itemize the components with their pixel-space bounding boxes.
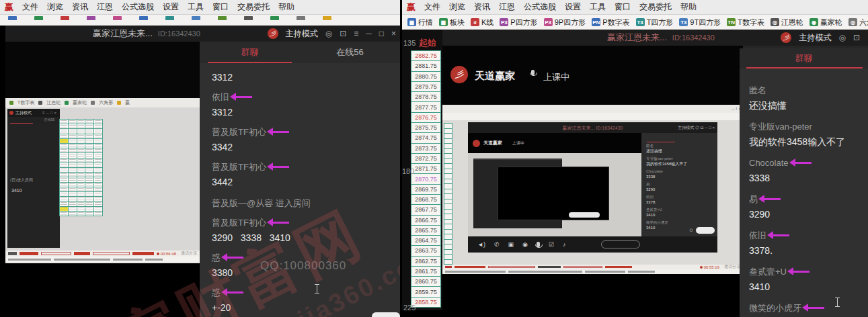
toolbar-item-T数字表[interactable]: TNT数字表: [727, 17, 764, 28]
toolbar-item-P四方形[interactable]: P3P四方形: [500, 17, 537, 28]
send-button-partial[interactable]: [372, 312, 400, 317]
toolbar-item-六角形[interactable]: ◎六角形: [849, 17, 868, 28]
price-cell-2864.75: 2864.75: [411, 235, 441, 246]
status-segment: [113, 259, 143, 261]
mini-system-message: (官)进入房间: [10, 177, 33, 183]
grid-cell: [59, 211, 69, 216]
embedded-toolbar-icon: [38, 101, 42, 105]
mini-title-bar: 主持模式 ≡─□×: [7, 109, 60, 117]
toolbar-item-label: P数字表: [602, 17, 629, 28]
toolbar-item-label: T数字表: [738, 17, 764, 28]
chat-message-value: 还没搞懂: [749, 99, 861, 112]
mini-host-label: 主持模式: [15, 110, 32, 116]
toolbar-icon-top: [270, 16, 279, 20]
grid-cell: [85, 211, 94, 216]
toolbar-item-P数字表[interactable]: PNP数字表: [592, 17, 629, 28]
price-cell-2860.75: 2860.75: [411, 276, 441, 287]
toolbar-item-K线[interactable]: ılK线: [471, 17, 494, 28]
menu-item-公式选股[interactable]: 公式选股: [524, 1, 556, 13]
check-icon[interactable]: ☑: [549, 242, 554, 248]
chat-message-list[interactable]: 3312依旧3312普及版TF初心3342普及版TF初心3442普及版—@从容 …: [200, 63, 400, 314]
menu-item-工具[interactable]: 工具: [590, 1, 606, 13]
camera-icon[interactable]: ◉: [522, 242, 528, 248]
menu-item-浏览[interactable]: 浏览: [449, 1, 465, 13]
scale-header: 起始: [419, 37, 436, 49]
menu-item-交易委托[interactable]: 交易委托: [639, 1, 672, 13]
nested-send-button[interactable]: [696, 227, 715, 234]
popout-icon[interactable]: ⊡: [340, 30, 346, 38]
nested-chat-name: 易: [646, 182, 717, 187]
target-icon[interactable]: ◎: [838, 34, 845, 42]
popout-icon[interactable]: ⊡: [853, 34, 860, 42]
menu-item-帮助[interactable]: 帮助: [680, 1, 697, 13]
menu-item-资讯[interactable]: 资讯: [474, 1, 490, 13]
chat-message-name: 专业版van-peter: [749, 121, 861, 132]
mini-tab-underline: [10, 123, 33, 124]
mini-online-tab[interactable]: 在线56: [44, 118, 54, 122]
chat-message-value: 3312: [212, 106, 393, 119]
right-title-bar[interactable]: 赢家江恩未来... ID:16342430 彡 主持模式 ◎ ⊡: [442, 30, 868, 46]
toolbar-item-9T四方形[interactable]: T39T四方形: [679, 17, 721, 28]
menu-item-文件[interactable]: 文件: [424, 1, 440, 13]
tab-group-chat[interactable]: 群聊: [200, 42, 300, 63]
tab-online-users[interactable]: 在线56: [300, 42, 400, 63]
chat-message-list[interactable]: 匿名还没搞懂专业版van-peter我的软件3458输入不了Chocolate3…: [740, 69, 868, 317]
menu-item-公式选股[interactable]: 公式选股: [122, 1, 154, 13]
menu-item-文件[interactable]: 文件: [22, 1, 38, 13]
nested-desktop-area: [468, 153, 641, 236]
menu-item-浏览[interactable]: 浏览: [47, 1, 63, 13]
embedded-toolbar: T数字表江恩轮赢家轮六角形赢: [5, 98, 200, 107]
left-embedded-screenshot: T数字表江恩轮赢家轮六角形赢 主持模式 ≡─□× 在线56 (官)进入房间 34…: [5, 98, 200, 263]
toolbar-item-行情[interactable]: ▦行情: [407, 17, 433, 28]
toolbar-item-板块[interactable]: ▩板块: [439, 17, 465, 28]
menu-item-江恩[interactable]: 江恩: [499, 1, 515, 13]
call-icon[interactable]: ✆: [494, 242, 500, 248]
menu-item-设置[interactable]: 设置: [163, 1, 179, 13]
menu-item-工具[interactable]: 工具: [188, 1, 204, 13]
mini-window-controls[interactable]: ≡─□×: [42, 111, 58, 115]
status-time: 00:56:48: [157, 252, 176, 256]
close-button[interactable]: ×: [391, 30, 396, 38]
toolbar-item-icon: T3: [636, 18, 645, 26]
chat-message-name: 匿名: [749, 85, 861, 96]
menu-icon[interactable]: ≡: [354, 30, 358, 38]
speaker-icon[interactable]: ◄): [477, 242, 485, 248]
menu-item-窗口[interactable]: 窗口: [212, 1, 229, 13]
menu-item-江恩[interactable]: 江恩: [97, 1, 113, 13]
music-icon[interactable]: ♪: [563, 242, 566, 248]
share-screen-button[interactable]: [601, 240, 640, 248]
target-icon[interactable]: ◎: [325, 30, 332, 38]
toolbar-item-T四方形[interactable]: T3T四方形: [636, 17, 674, 28]
chat-message-name: Chocolate: [749, 157, 861, 169]
menu-item-设置[interactable]: 设置: [565, 1, 581, 13]
broadcast-video-area: 彡 天道赢家 上课中: [442, 46, 743, 105]
image-icon[interactable]: ▣: [508, 242, 514, 248]
nested-brand: 天道赢家: [483, 140, 502, 146]
toolbar-icon-top: [192, 16, 200, 20]
menu-item-窗口[interactable]: 窗口: [615, 1, 631, 13]
price-cell-2877.75: 2877.75: [411, 101, 441, 112]
nested-screenshot: ─ㅣ× 赢家江恩未来... ID:16342430 主持模式 ◎ ⊡ ─ □ ×…: [442, 105, 743, 274]
mini-tab-bar[interactable]: 在线56: [7, 117, 60, 124]
minimize-button[interactable]: ─: [366, 30, 372, 38]
nested-chat-name: 叁贰壹+U: [646, 208, 717, 212]
mic-icon[interactable]: [537, 242, 540, 247]
annotation-arrow-icon: [273, 131, 289, 133]
toolbar-item-江恩轮[interactable]: ◎江恩轮: [771, 17, 803, 28]
status-bar-row2: [5, 257, 200, 263]
nested-chat-value: 3290: [646, 187, 717, 192]
toolbar-item-icon: PN: [592, 18, 600, 26]
menu-item-交易委托[interactable]: 交易委托: [237, 1, 270, 13]
left-title-bar[interactable]: 赢家江恩未来... ID:16342430 彡 主持模式 ◎ ⊡ ≡ ─ □ ×: [5, 26, 400, 42]
maximize-button[interactable]: □: [379, 30, 384, 38]
nested-white-pill: [569, 212, 600, 218]
tab-group-chat[interactable]: 群聊: [740, 48, 868, 69]
nested-chat-value: 3338: [646, 175, 717, 179]
status-time-value: 00:56:48: [161, 252, 176, 256]
toolbar-item-label: P四方形: [510, 17, 537, 28]
status-segment: [54, 259, 110, 261]
toolbar-item-赢家轮[interactable]: ◉赢家轮: [810, 17, 842, 28]
toolbar-item-9P四方形[interactable]: P39P四方形: [544, 17, 586, 28]
menu-item-帮助[interactable]: 帮助: [278, 1, 294, 13]
menu-item-资讯[interactable]: 资讯: [72, 1, 88, 13]
